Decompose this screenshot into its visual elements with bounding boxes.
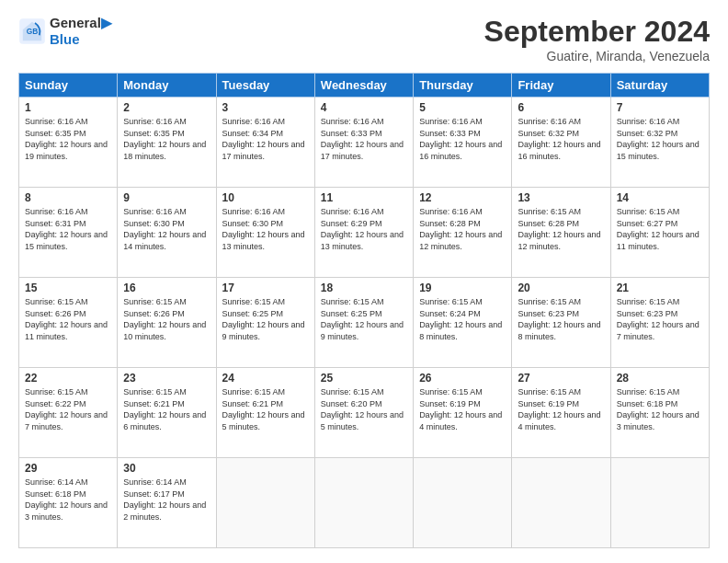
calendar-week-2: 8Sunrise: 6:16 AMSunset: 6:31 PMDaylight…	[19, 188, 710, 278]
calendar-cell	[512, 458, 610, 548]
calendar-body: 1Sunrise: 6:16 AMSunset: 6:35 PMDaylight…	[19, 98, 710, 548]
day-number: 12	[419, 191, 506, 204]
calendar-cell	[414, 458, 512, 548]
day-number: 22	[25, 372, 111, 385]
day-info: Sunrise: 6:16 AMSunset: 6:34 PMDaylight:…	[222, 116, 309, 162]
day-info: Sunrise: 6:15 AMSunset: 6:26 PMDaylight:…	[123, 296, 210, 342]
day-number: 16	[123, 282, 210, 294]
day-info: Sunrise: 6:16 AMSunset: 6:30 PMDaylight:…	[123, 206, 210, 252]
header: GB General▶ Blue September 2024 Guatire,…	[18, 15, 710, 63]
day-number: 9	[123, 191, 210, 204]
day-number: 21	[617, 282, 703, 294]
day-info: Sunrise: 6:15 AMSunset: 6:23 PMDaylight:…	[617, 296, 703, 342]
day-info: Sunrise: 6:16 AMSunset: 6:33 PMDaylight:…	[321, 116, 407, 162]
day-info: Sunrise: 6:15 AMSunset: 6:21 PMDaylight:…	[123, 386, 210, 432]
day-info: Sunrise: 6:14 AMSunset: 6:17 PMDaylight:…	[123, 477, 210, 523]
day-number: 8	[25, 191, 111, 204]
calendar-cell: 3Sunrise: 6:16 AMSunset: 6:34 PMDaylight…	[216, 98, 314, 188]
day-number: 3	[222, 101, 309, 114]
calendar-cell: 4Sunrise: 6:16 AMSunset: 6:33 PMDaylight…	[314, 98, 413, 188]
calendar-cell: 9Sunrise: 6:16 AMSunset: 6:30 PMDaylight…	[118, 188, 216, 278]
day-info: Sunrise: 6:16 AMSunset: 6:28 PMDaylight:…	[419, 206, 506, 252]
calendar-week-4: 22Sunrise: 6:15 AMSunset: 6:22 PMDayligh…	[19, 368, 710, 458]
calendar-cell: 30Sunrise: 6:14 AMSunset: 6:17 PMDayligh…	[118, 458, 216, 548]
calendar-cell: 7Sunrise: 6:16 AMSunset: 6:32 PMDaylight…	[610, 98, 709, 188]
calendar-cell: 14Sunrise: 6:15 AMSunset: 6:27 PMDayligh…	[610, 188, 709, 278]
calendar-cell: 24Sunrise: 6:15 AMSunset: 6:21 PMDayligh…	[216, 368, 314, 458]
weekday-friday: Friday	[512, 74, 610, 98]
weekday-monday: Monday	[118, 74, 216, 98]
day-number: 11	[321, 191, 407, 204]
day-number: 18	[321, 282, 407, 294]
day-info: Sunrise: 6:15 AMSunset: 6:19 PMDaylight:…	[518, 386, 604, 432]
calendar-cell: 20Sunrise: 6:15 AMSunset: 6:23 PMDayligh…	[512, 278, 610, 368]
day-info: Sunrise: 6:15 AMSunset: 6:22 PMDaylight:…	[25, 386, 111, 432]
weekday-sunday: Sunday	[19, 74, 118, 98]
day-number: 10	[222, 191, 309, 204]
calendar-cell: 26Sunrise: 6:15 AMSunset: 6:19 PMDayligh…	[414, 368, 512, 458]
day-number: 15	[25, 282, 111, 294]
calendar-cell: 6Sunrise: 6:16 AMSunset: 6:32 PMDaylight…	[512, 98, 610, 188]
day-number: 1	[25, 101, 111, 114]
day-number: 23	[123, 372, 210, 385]
day-info: Sunrise: 6:15 AMSunset: 6:28 PMDaylight:…	[518, 206, 604, 252]
calendar-cell: 25Sunrise: 6:15 AMSunset: 6:20 PMDayligh…	[314, 368, 413, 458]
day-number: 14	[617, 191, 703, 204]
calendar-cell: 2Sunrise: 6:16 AMSunset: 6:35 PMDaylight…	[118, 98, 216, 188]
calendar-cell: 11Sunrise: 6:16 AMSunset: 6:29 PMDayligh…	[314, 188, 413, 278]
day-info: Sunrise: 6:15 AMSunset: 6:26 PMDaylight:…	[25, 296, 111, 342]
calendar-cell: 21Sunrise: 6:15 AMSunset: 6:23 PMDayligh…	[610, 278, 709, 368]
calendar-cell: 28Sunrise: 6:15 AMSunset: 6:18 PMDayligh…	[610, 368, 709, 458]
calendar-cell: 27Sunrise: 6:15 AMSunset: 6:19 PMDayligh…	[512, 368, 610, 458]
day-info: Sunrise: 6:16 AMSunset: 6:33 PMDaylight:…	[419, 116, 506, 162]
calendar-cell: 17Sunrise: 6:15 AMSunset: 6:25 PMDayligh…	[216, 278, 314, 368]
logo-icon: GB	[18, 17, 46, 45]
day-number: 13	[518, 191, 604, 204]
weekday-wednesday: Wednesday	[314, 74, 413, 98]
calendar-week-5: 29Sunrise: 6:14 AMSunset: 6:18 PMDayligh…	[19, 458, 710, 548]
day-number: 20	[518, 282, 604, 294]
calendar-cell	[314, 458, 413, 548]
weekday-header-row: SundayMondayTuesdayWednesdayThursdayFrid…	[19, 74, 710, 98]
day-number: 19	[419, 282, 506, 294]
main-title: September 2024	[484, 15, 710, 49]
day-number: 2	[123, 101, 210, 114]
title-block: September 2024 Guatire, Miranda, Venezue…	[484, 15, 710, 63]
day-info: Sunrise: 6:15 AMSunset: 6:21 PMDaylight:…	[222, 386, 309, 432]
calendar-week-1: 1Sunrise: 6:16 AMSunset: 6:35 PMDaylight…	[19, 98, 710, 188]
day-number: 6	[518, 101, 604, 114]
calendar-cell	[610, 458, 709, 548]
calendar-cell	[216, 458, 314, 548]
page: GB General▶ Blue September 2024 Guatire,…	[0, 0, 728, 563]
weekday-thursday: Thursday	[414, 74, 512, 98]
calendar-week-3: 15Sunrise: 6:15 AMSunset: 6:26 PMDayligh…	[19, 278, 710, 368]
day-info: Sunrise: 6:15 AMSunset: 6:27 PMDaylight:…	[617, 206, 703, 252]
calendar-cell: 1Sunrise: 6:16 AMSunset: 6:35 PMDaylight…	[19, 98, 118, 188]
calendar-cell: 23Sunrise: 6:15 AMSunset: 6:21 PMDayligh…	[118, 368, 216, 458]
day-info: Sunrise: 6:16 AMSunset: 6:31 PMDaylight:…	[25, 206, 111, 252]
day-number: 17	[222, 282, 309, 294]
calendar-cell: 19Sunrise: 6:15 AMSunset: 6:24 PMDayligh…	[414, 278, 512, 368]
calendar-cell: 13Sunrise: 6:15 AMSunset: 6:28 PMDayligh…	[512, 188, 610, 278]
day-number: 24	[222, 372, 309, 385]
day-info: Sunrise: 6:15 AMSunset: 6:19 PMDaylight:…	[419, 386, 506, 432]
day-number: 26	[419, 372, 506, 385]
day-info: Sunrise: 6:15 AMSunset: 6:20 PMDaylight:…	[321, 386, 407, 432]
weekday-tuesday: Tuesday	[216, 74, 314, 98]
day-number: 5	[419, 101, 506, 114]
day-info: Sunrise: 6:15 AMSunset: 6:18 PMDaylight:…	[617, 386, 703, 432]
logo-text: General▶ Blue	[50, 15, 112, 48]
day-info: Sunrise: 6:15 AMSunset: 6:25 PMDaylight:…	[321, 296, 407, 342]
day-number: 25	[321, 372, 407, 385]
logo: GB General▶ Blue	[18, 15, 112, 48]
day-info: Sunrise: 6:15 AMSunset: 6:23 PMDaylight:…	[518, 296, 604, 342]
calendar-cell: 18Sunrise: 6:15 AMSunset: 6:25 PMDayligh…	[314, 278, 413, 368]
calendar-cell: 5Sunrise: 6:16 AMSunset: 6:33 PMDaylight…	[414, 98, 512, 188]
calendar-cell: 22Sunrise: 6:15 AMSunset: 6:22 PMDayligh…	[19, 368, 118, 458]
day-info: Sunrise: 6:16 AMSunset: 6:30 PMDaylight:…	[222, 206, 309, 252]
calendar-cell: 10Sunrise: 6:16 AMSunset: 6:30 PMDayligh…	[216, 188, 314, 278]
day-number: 7	[617, 101, 703, 114]
subtitle: Guatire, Miranda, Venezuela	[484, 49, 710, 63]
day-info: Sunrise: 6:16 AMSunset: 6:32 PMDaylight:…	[617, 116, 703, 162]
day-number: 30	[123, 462, 210, 475]
